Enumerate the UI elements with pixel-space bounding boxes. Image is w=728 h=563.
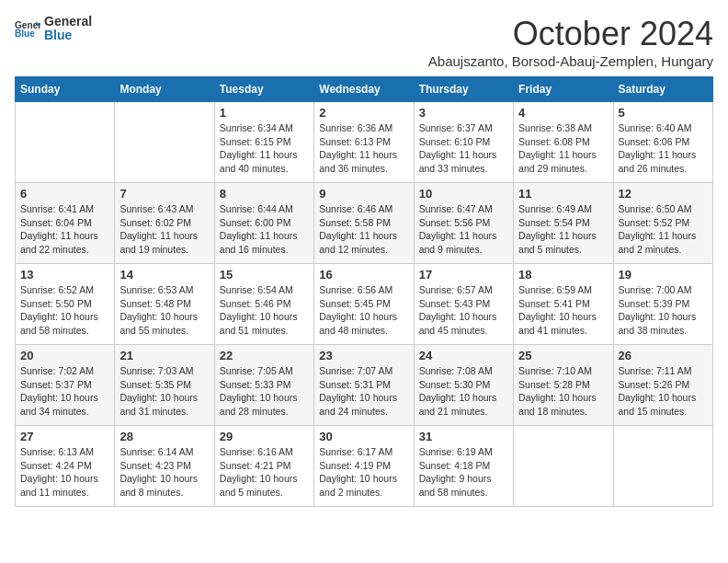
day-number: 16 [319,268,408,282]
day-info: Sunrise: 6:56 AM Sunset: 5:45 PM Dayligh… [319,283,408,338]
calendar-cell: 16Sunrise: 6:56 AM Sunset: 5:45 PM Dayli… [314,264,414,345]
day-info: Sunrise: 6:59 AM Sunset: 5:41 PM Dayligh… [518,283,608,338]
day-number: 14 [119,268,209,282]
day-info: Sunrise: 6:46 AM Sunset: 5:58 PM Dayligh… [319,202,408,257]
logo: General Blue GeneralBlue [15,15,92,43]
logo-general: General [44,15,92,29]
calendar-cell [613,426,712,507]
day-number: 20 [20,349,109,362]
day-number: 29 [220,430,309,443]
day-number: 10 [419,187,508,201]
day-number: 27 [20,430,109,443]
calendar-table: SundayMondayTuesdayWednesdayThursdayFrid… [15,76,713,507]
day-number: 1 [220,106,309,120]
day-info: Sunrise: 7:08 AM Sunset: 5:30 PM Dayligh… [419,364,508,419]
calendar-cell: 25Sunrise: 7:10 AM Sunset: 5:28 PM Dayli… [514,345,613,426]
calendar-cell: 1Sunrise: 6:34 AM Sunset: 6:15 PM Daylig… [214,102,313,183]
day-number: 8 [220,187,309,201]
calendar-cell: 24Sunrise: 7:08 AM Sunset: 5:30 PM Dayli… [414,345,513,426]
location-subtitle: Abaujszanto, Borsod-Abauj-Zemplen, Hunga… [428,53,713,69]
dow-header-wednesday: Wednesday [314,77,414,102]
day-info: Sunrise: 7:11 AM Sunset: 5:26 PM Dayligh… [619,364,708,419]
day-info: Sunrise: 6:52 AM Sunset: 5:50 PM Dayligh… [20,283,109,338]
calendar-cell: 11Sunrise: 6:49 AM Sunset: 5:54 PM Dayli… [514,183,613,264]
calendar-cell: 6Sunrise: 6:41 AM Sunset: 6:04 PM Daylig… [16,183,115,264]
day-info: Sunrise: 6:53 AM Sunset: 5:48 PM Dayligh… [119,283,209,338]
day-number: 23 [319,349,408,362]
day-info: Sunrise: 6:41 AM Sunset: 6:04 PM Dayligh… [20,202,109,257]
dow-header-sunday: Sunday [16,77,115,102]
day-number: 9 [319,187,408,201]
calendar-cell [115,102,214,183]
calendar-cell: 28Sunrise: 6:14 AM Sunset: 4:23 PM Dayli… [115,426,214,507]
calendar-cell: 12Sunrise: 6:50 AM Sunset: 5:52 PM Dayli… [613,183,712,264]
calendar-week-1: 1Sunrise: 6:34 AM Sunset: 6:15 PM Daylig… [16,102,713,183]
calendar-cell: 7Sunrise: 6:43 AM Sunset: 6:02 PM Daylig… [115,183,214,264]
day-info: Sunrise: 6:47 AM Sunset: 5:56 PM Dayligh… [419,202,508,257]
day-info: Sunrise: 6:37 AM Sunset: 6:10 PM Dayligh… [419,121,508,176]
title-block: October 2024 Abaujszanto, Borsod-Abauj-Z… [428,15,713,69]
day-number: 21 [119,349,209,362]
calendar-cell: 17Sunrise: 6:57 AM Sunset: 5:43 PM Dayli… [414,264,513,345]
calendar-cell: 9Sunrise: 6:46 AM Sunset: 5:58 PM Daylig… [314,183,414,264]
day-number: 28 [119,430,209,443]
calendar-cell: 31Sunrise: 6:19 AM Sunset: 4:18 PM Dayli… [414,426,513,507]
day-number: 11 [518,187,608,201]
day-number: 31 [419,430,508,443]
logo-text: GeneralBlue [44,15,92,43]
day-info: Sunrise: 6:36 AM Sunset: 6:13 PM Dayligh… [319,121,408,176]
day-info: Sunrise: 7:02 AM Sunset: 5:37 PM Dayligh… [20,364,109,419]
calendar-cell: 8Sunrise: 6:44 AM Sunset: 6:00 PM Daylig… [214,183,313,264]
day-info: Sunrise: 6:34 AM Sunset: 6:15 PM Dayligh… [220,121,309,176]
calendar-cell: 30Sunrise: 6:17 AM Sunset: 4:19 PM Dayli… [314,426,414,507]
day-number: 12 [619,187,708,201]
calendar-cell: 27Sunrise: 6:13 AM Sunset: 4:24 PM Dayli… [16,426,115,507]
calendar-cell: 10Sunrise: 6:47 AM Sunset: 5:56 PM Dayli… [414,183,513,264]
page-header: General Blue GeneralBlue October 2024 Ab… [15,15,713,69]
day-info: Sunrise: 6:17 AM Sunset: 4:19 PM Dayligh… [319,445,408,500]
day-number: 30 [319,430,408,443]
day-info: Sunrise: 6:50 AM Sunset: 5:52 PM Dayligh… [619,202,708,257]
calendar-cell: 2Sunrise: 6:36 AM Sunset: 6:13 PM Daylig… [314,102,414,183]
dow-header-thursday: Thursday [414,77,513,102]
day-number: 25 [518,349,608,362]
calendar-cell: 20Sunrise: 7:02 AM Sunset: 5:37 PM Dayli… [16,345,115,426]
logo-blue: Blue [44,29,92,42]
calendar-cell: 29Sunrise: 6:16 AM Sunset: 4:21 PM Dayli… [214,426,313,507]
day-number: 2 [319,106,408,120]
day-number: 15 [220,268,309,282]
calendar-cell: 22Sunrise: 7:05 AM Sunset: 5:33 PM Dayli… [214,345,313,426]
calendar-cell: 19Sunrise: 7:00 AM Sunset: 5:39 PM Dayli… [613,264,712,345]
day-number: 17 [419,268,508,282]
day-number: 4 [518,106,608,120]
day-info: Sunrise: 6:49 AM Sunset: 5:54 PM Dayligh… [518,202,608,257]
calendar-cell: 3Sunrise: 6:37 AM Sunset: 6:10 PM Daylig… [414,102,513,183]
dow-header-saturday: Saturday [613,77,712,102]
calendar-cell: 21Sunrise: 7:03 AM Sunset: 5:35 PM Dayli… [115,345,214,426]
day-info: Sunrise: 6:14 AM Sunset: 4:23 PM Dayligh… [119,445,209,500]
day-info: Sunrise: 6:44 AM Sunset: 6:00 PM Dayligh… [220,202,309,257]
calendar-week-5: 27Sunrise: 6:13 AM Sunset: 4:24 PM Dayli… [16,426,713,507]
day-number: 3 [419,106,508,120]
day-info: Sunrise: 7:05 AM Sunset: 5:33 PM Dayligh… [220,364,309,419]
day-info: Sunrise: 6:16 AM Sunset: 4:21 PM Dayligh… [220,445,309,500]
day-info: Sunrise: 6:13 AM Sunset: 4:24 PM Dayligh… [20,445,109,500]
day-info: Sunrise: 7:00 AM Sunset: 5:39 PM Dayligh… [619,283,708,338]
dow-header-monday: Monday [115,77,214,102]
day-number: 7 [119,187,209,201]
calendar-cell: 18Sunrise: 6:59 AM Sunset: 5:41 PM Dayli… [514,264,613,345]
day-info: Sunrise: 7:03 AM Sunset: 5:35 PM Dayligh… [119,364,209,419]
day-info: Sunrise: 6:43 AM Sunset: 6:02 PM Dayligh… [119,202,209,257]
calendar-week-4: 20Sunrise: 7:02 AM Sunset: 5:37 PM Dayli… [16,345,713,426]
calendar-cell: 4Sunrise: 6:38 AM Sunset: 6:08 PM Daylig… [514,102,613,183]
calendar-week-3: 13Sunrise: 6:52 AM Sunset: 5:50 PM Dayli… [16,264,713,345]
logo-icon: General Blue [15,16,40,41]
day-number: 22 [220,349,309,362]
calendar-cell: 5Sunrise: 6:40 AM Sunset: 6:06 PM Daylig… [613,102,712,183]
day-info: Sunrise: 6:54 AM Sunset: 5:46 PM Dayligh… [220,283,309,338]
svg-text:Blue: Blue [15,29,35,40]
calendar-cell: 14Sunrise: 6:53 AM Sunset: 5:48 PM Dayli… [115,264,214,345]
day-number: 13 [20,268,109,282]
dow-header-tuesday: Tuesday [214,77,313,102]
day-number: 26 [619,349,708,362]
